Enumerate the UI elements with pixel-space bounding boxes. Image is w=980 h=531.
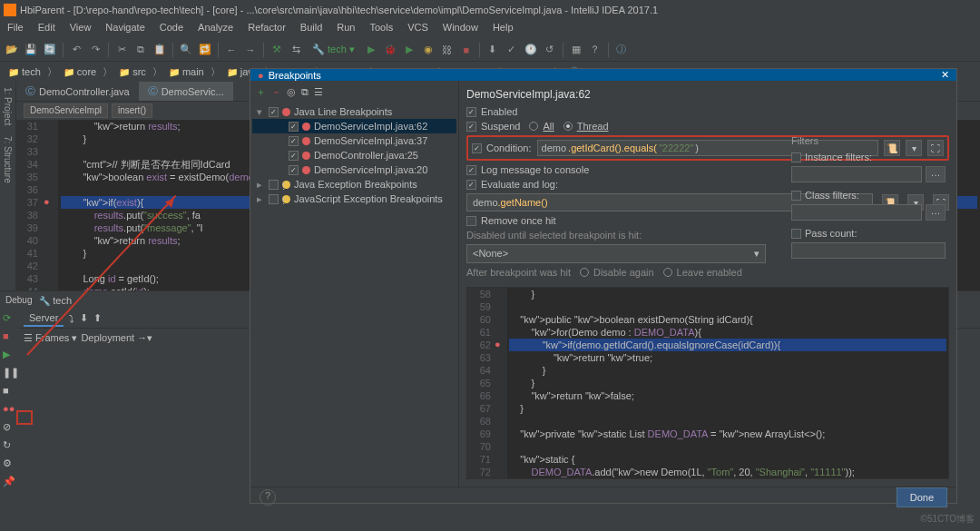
remove-icon[interactable]: －	[271, 85, 281, 99]
resume-icon[interactable]: ▶	[3, 349, 15, 361]
menu-build[interactable]: Build	[297, 20, 326, 38]
debug-icon[interactable]: 🐞	[382, 42, 398, 58]
build-icon[interactable]: ⚒	[269, 42, 285, 58]
profile-icon[interactable]: ◉	[420, 42, 436, 58]
copy-icon[interactable]: ⧉	[132, 42, 149, 58]
settings-icon[interactable]: ⚙	[3, 457, 15, 470]
project-tab[interactable]: 1: Project	[1, 82, 15, 131]
find-icon[interactable]: 🔍	[178, 42, 194, 58]
step-out-icon[interactable]: ⬆	[93, 312, 102, 324]
menu-code[interactable]: Code	[156, 20, 187, 38]
stop-icon[interactable]: ■	[458, 42, 475, 58]
menu-navigate[interactable]: Navigate	[102, 20, 148, 38]
redo-icon[interactable]: ↷	[87, 42, 103, 58]
menu-view[interactable]: View	[66, 20, 95, 38]
run-icon[interactable]: ▶	[363, 42, 379, 58]
pass-input[interactable]	[791, 242, 946, 259]
inst-btn[interactable]: …	[926, 166, 946, 182]
menu-vcs[interactable]: VCS	[404, 20, 432, 38]
cls-input[interactable]	[791, 204, 922, 221]
vcs-icon[interactable]: ⬇	[485, 42, 501, 58]
bc-item[interactable]: 📁 core	[59, 65, 101, 78]
step-into-icon[interactable]: ⬇	[80, 312, 88, 324]
step-over-icon[interactable]: ⤵	[69, 313, 74, 324]
tree-root[interactable]: ▾✓Java Line Breakpoints	[252, 104, 456, 119]
menu-tools[interactable]: Tools	[366, 20, 397, 38]
tree-icon[interactable]: ☰	[314, 86, 323, 98]
menu-run[interactable]: Run	[333, 20, 358, 38]
thread-radio[interactable]: Thread	[564, 121, 609, 132]
leave-radio[interactable]: Leave enabled	[663, 267, 742, 278]
save-icon[interactable]: 💾	[23, 42, 39, 58]
menu-edit[interactable]: Edit	[34, 20, 59, 38]
tree-item[interactable]: ✓DemoController.java:25	[252, 148, 456, 162]
prev-icon[interactable]: ⇆	[288, 42, 304, 58]
forward-icon[interactable]: →	[242, 42, 259, 58]
condition-check[interactable]: ✓Condition:	[472, 143, 532, 153]
tree-item[interactable]: ✓DemoServiceImpl.java:20	[252, 162, 456, 177]
help-icon[interactable]: ？	[587, 42, 603, 58]
menu-analyze[interactable]: Analyze	[194, 20, 237, 38]
coverage-icon[interactable]: ▶	[401, 42, 417, 58]
bc-item[interactable]: 📁 main	[164, 65, 209, 78]
tree-cat[interactable]: ▸!Java Exception Breakpoints	[252, 177, 456, 192]
pin-icon[interactable]: 📌	[3, 476, 15, 488]
tree-cat[interactable]: ▸!JavaScript Exception Breakpoints	[252, 192, 456, 206]
stop2-icon[interactable]: ■	[3, 330, 15, 343]
cut-icon[interactable]: ✂	[113, 42, 130, 58]
done-button[interactable]: Done	[897, 487, 947, 507]
disabled-select[interactable]: <None>▾	[466, 244, 766, 263]
target-icon[interactable]: ◎	[287, 86, 296, 98]
undo-icon[interactable]: ↶	[68, 42, 84, 58]
back-icon[interactable]: ←	[223, 42, 240, 58]
suspend-check[interactable]: ✓Suspend	[466, 121, 520, 132]
menu-refactor[interactable]: Refactor	[244, 20, 289, 38]
group-icon[interactable]: ⧉	[301, 86, 309, 98]
deploy-dd[interactable]: Deployment →▾	[81, 332, 152, 344]
dialog-titlebar[interactable]: ●Breakpoints ✕	[250, 69, 956, 81]
server-tab[interactable]: Server	[24, 310, 64, 327]
brkpt-icon[interactable]: ●●	[3, 403, 15, 416]
restore-icon[interactable]: ↻	[3, 439, 15, 452]
cls-btn[interactable]: …	[926, 204, 946, 221]
sync-icon[interactable]: 🔄	[42, 42, 58, 58]
menu-window[interactable]: Window	[439, 20, 482, 38]
crumb-method[interactable]: insert()	[112, 103, 152, 118]
editor-tab[interactable]: ⒸDemoServic...	[139, 82, 233, 101]
close-icon[interactable]: ✕	[941, 69, 949, 81]
revert-icon[interactable]: ↺	[542, 42, 558, 58]
run-config[interactable]: 🔧 tech ▾	[307, 44, 360, 55]
all-radio[interactable]: All	[529, 121, 554, 132]
attach-icon[interactable]: ⛓	[439, 42, 456, 58]
jr-icon[interactable]: Ⓙ	[613, 42, 630, 58]
open-icon[interactable]: 📂	[4, 42, 20, 58]
watermark: ©51CTO博客	[921, 513, 975, 526]
history-icon[interactable]: 🕐	[523, 42, 539, 58]
structure-icon[interactable]: ▦	[568, 42, 584, 58]
editor-tab[interactable]: ⒸDemoController.java	[16, 82, 139, 101]
replace-icon[interactable]: 🔁	[197, 42, 213, 58]
menu-file[interactable]: File	[4, 20, 27, 38]
preview-editor[interactable]: 585960616263646566676869707172 ● } "kw">…	[466, 287, 949, 479]
stop3-icon[interactable]: ■	[3, 385, 15, 398]
help-icon[interactable]: ?	[260, 489, 276, 506]
inst-input[interactable]	[791, 166, 922, 182]
enabled-check[interactable]: ✓Enabled	[466, 106, 949, 117]
bc-item[interactable]: 📁 tech	[4, 65, 45, 78]
bc-item[interactable]: 📁 src	[114, 65, 151, 78]
disagain-radio[interactable]: Disable again	[580, 267, 654, 278]
mute-icon[interactable]: ⊘	[3, 421, 15, 434]
debug-cfg[interactable]: 🔧 tech	[39, 295, 72, 306]
pause-icon[interactable]: ❚❚	[3, 367, 15, 379]
frames-dd[interactable]: ☰ Frames ▾	[24, 332, 77, 344]
paste-icon[interactable]: 📋	[152, 42, 168, 58]
rerun-icon[interactable]: ⟳	[3, 312, 15, 325]
crumb-class[interactable]: DemoServiceImpl	[24, 103, 108, 118]
commit-icon[interactable]: ✓	[504, 42, 520, 58]
structure-tab[interactable]: 7: Structure	[1, 131, 15, 189]
debug-tab[interactable]: Debug	[5, 295, 32, 305]
tree-item[interactable]: ✓DemoServiceImpl.java:37	[252, 133, 456, 148]
add-icon[interactable]: ＋	[256, 85, 266, 99]
menu-help[interactable]: Help	[489, 20, 517, 38]
tree-item[interactable]: ✓DemoServiceImpl.java:62	[252, 119, 456, 133]
